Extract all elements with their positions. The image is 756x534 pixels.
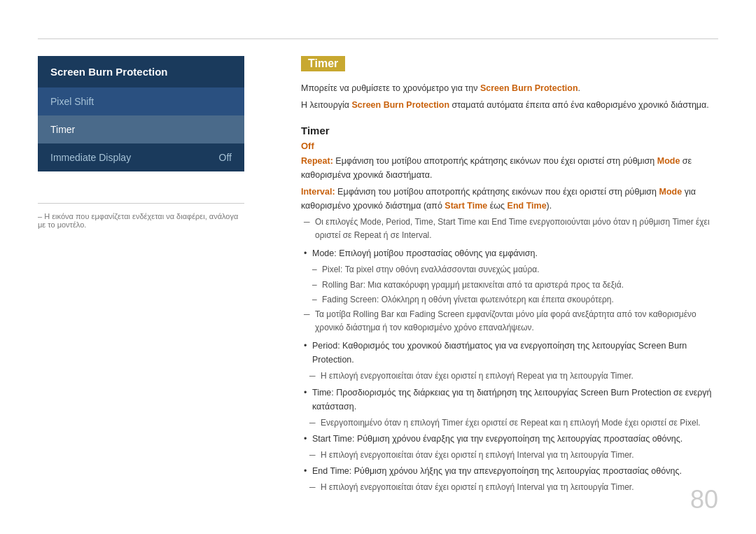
sidebar-footnote: – Η εικόνα που εμφανίζεται ενδέχεται να … — [38, 203, 244, 229]
bullet-mode: Mode: Επιλογή μοτίβου προστασίας οθόνης … — [301, 246, 718, 260]
note-start-time: Η επιλογή ενεργοποιείται όταν έχει οριστ… — [301, 449, 718, 462]
bullet-time: Time: Προσδιορισμός της διάρκειας για τη… — [301, 386, 718, 414]
intro2-link: Screen Burn Protection — [352, 100, 450, 110]
bullet-end-time: End Time: Ρύθμιση χρόνου λήξης για την α… — [301, 464, 718, 478]
sidebar-item-pixel-shift[interactable]: Pixel Shift — [38, 87, 244, 115]
intro-text-1: Μπορείτε να ρυθμίσετε το χρονόμετρο για … — [301, 81, 718, 95]
interval-label: Interval: — [301, 187, 335, 197]
main-content: Timer Μπορείτε να ρυθμίσετε το χρονόμετρ… — [301, 56, 718, 496]
sidebar-header: Screen Burn Protection — [38, 56, 244, 87]
bullet-section-mode: Mode: Επιλογή μοτίβου προστασίας οθόνης … — [301, 246, 718, 307]
note-time: Ενεργοποιημένο όταν η επιλογή Timer έχει… — [301, 416, 718, 430]
top-divider — [38, 38, 718, 39]
note-rolling-fading: Τα μοτίβα Rolling Bar και Fading Screen … — [301, 308, 718, 335]
timer-section-title: Timer — [301, 125, 718, 136]
immediate-display-value: Off — [219, 152, 232, 163]
repeat-label: Repeat: — [301, 156, 333, 166]
note-timer: Οι επιλογές Mode, Period, Time, Start Ti… — [301, 216, 718, 242]
sidebar: Screen Burn Protection Pixel Shift Timer… — [38, 56, 244, 171]
bullet-section-period: Period: Καθορισμός του χρονικού διαστήμα… — [301, 339, 718, 494]
repeat-text: Repeat: Εμφάνιση του μοτίβου αποτροπής κ… — [301, 154, 718, 182]
off-label: Off — [301, 141, 718, 151]
bullet-start-time: Start Time: Ρύθμιση χρόνου έναρξης για τ… — [301, 432, 718, 446]
sidebar-item-timer[interactable]: Timer — [38, 115, 244, 143]
interval-text: Interval: Εμφάνιση του μοτίβου αποτροπής… — [301, 185, 718, 213]
intro-text-2: Η λειτουργία Screen Burn Protection σταμ… — [301, 98, 718, 112]
section-title-badge: Timer — [301, 56, 345, 71]
note-end-time: Η επιλογή ενεργοποιείται όταν έχει οριστ… — [301, 481, 718, 494]
intro1-link: Screen Burn Protection — [480, 83, 578, 93]
page-number: 80 — [690, 485, 718, 514]
bullet-period: Period: Καθορισμός του χρονικού διαστήμα… — [301, 339, 718, 367]
sub-rolling-bar: Rolling Bar: Μια κατακόρυφη γραμμή μετακ… — [301, 279, 718, 292]
sidebar-item-immediate-display[interactable]: Immediate Display Off — [38, 143, 244, 171]
sub-pixel: Pixel: Τα pixel στην οθόνη εναλλάσσονται… — [301, 263, 718, 276]
sub-fading-screen: Fading Screen: Ολόκληρη η οθόνη γίνεται … — [301, 293, 718, 307]
note-period: Η επιλογή ενεργοποιείται όταν έχει οριστ… — [301, 370, 718, 383]
